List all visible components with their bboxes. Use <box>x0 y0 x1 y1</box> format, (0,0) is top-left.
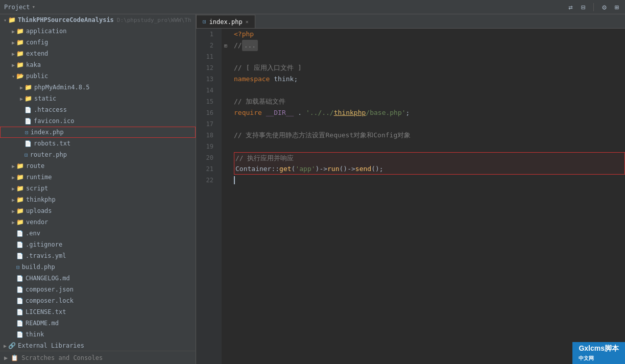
tree-root[interactable]: ▾ 📁 ThinkPHPSourceCodeAnalysis D:\phpstu… <box>0 14 196 26</box>
fold-gutter-22 <box>222 175 230 186</box>
watermark-text: Gxlcms脚本 <box>579 344 619 352</box>
code-line-19 <box>234 141 625 152</box>
send-parens: (); <box>371 163 383 175</box>
application-label: application <box>26 28 66 35</box>
code-line-18: // 支持事先使用静态方法设置Request对象和Config对象 <box>234 130 625 141</box>
composerlock-file-icon: 📄 <box>16 298 23 304</box>
sync-icon[interactable]: ⇄ <box>566 2 574 12</box>
code-line-16: require __DIR__ . '../../thinkphp/base.p… <box>234 107 625 118</box>
toolbar-separator <box>593 3 594 11</box>
sidebar-item-scratches[interactable]: ▶ 📋 Scratches and Consoles <box>0 351 196 364</box>
project-section: Project ▾ <box>4 4 35 11</box>
arrow-1: -> <box>319 163 327 175</box>
gitignore-file-icon: 📄 <box>16 241 23 248</box>
expand-icon[interactable]: ⊞ <box>613 2 621 12</box>
kaka-label: kaka <box>26 61 41 68</box>
project-dropdown-icon[interactable]: ▾ <box>32 4 36 10</box>
code-line-1: <?php <box>234 29 625 40</box>
robots-file-icon: 📄 <box>25 140 32 147</box>
runtime-folder-icon: 📁 <box>16 174 24 181</box>
fold-icon-2[interactable]: ⊞ <box>222 40 230 51</box>
extend-arrow: ▶ <box>10 51 16 57</box>
sidebar-item-htaccess[interactable]: ▶ 📄 .htaccess <box>0 104 196 115</box>
readme-label: README.md <box>26 320 59 327</box>
travis-file-icon: 📄 <box>16 253 23 259</box>
config-label: config <box>26 39 48 46</box>
linenum-1: 1 <box>196 29 218 40</box>
sidebar-item-external-libs[interactable]: ▶ 🔗 External Libraries <box>0 340 196 351</box>
collapse-icon[interactable]: ⊟ <box>579 2 587 12</box>
phpmyadmin-arrow: ▶ <box>18 85 25 90</box>
func-run: run <box>327 163 339 175</box>
sidebar-item-gitignore[interactable]: ▶ 📄 .gitignore <box>0 239 196 250</box>
linenum-14: 14 <box>196 85 218 96</box>
sidebar-item-route[interactable]: ▶ 📁 route <box>0 160 196 172</box>
sidebar-item-script[interactable]: ▶ 📁 script <box>0 183 196 194</box>
sidebar-item-think[interactable]: ▶ 📄 think <box>0 329 196 340</box>
travis-label: .travis.yml <box>26 252 66 259</box>
gitignore-label: .gitignore <box>26 241 62 248</box>
linenum-15: 15 <box>196 96 218 107</box>
func-send: send <box>355 163 371 175</box>
sidebar-item-public[interactable]: ▾ 📂 public <box>0 70 196 82</box>
string-app: 'app' <box>295 163 315 175</box>
sidebar-item-readme[interactable]: ▶ 📄 README.md <box>0 318 196 329</box>
sidebar-item-runtime[interactable]: ▶ 📁 runtime <box>0 172 196 183</box>
tab-index-php[interactable]: ⊡ index.php ✕ <box>196 15 255 28</box>
license-label: LICENSE.txt <box>26 308 66 316</box>
vendor-folder-icon: 📁 <box>16 219 24 226</box>
sidebar-item-kaka[interactable]: ▶ 📁 kaka <box>0 59 196 70</box>
sidebar-item-build[interactable]: ▶ ⊡ build.php <box>0 261 196 273</box>
tab-close-icon[interactable]: ✕ <box>246 19 249 25</box>
kaka-arrow: ▶ <box>10 62 16 68</box>
sidebar-item-router[interactable]: ▶ ⊡ router.php <box>0 149 196 160</box>
watermark: Gxlcms脚本 中文网 <box>572 342 625 364</box>
thinkphp-link: thinkphp <box>334 107 366 118</box>
indexphp-file-icon: ⊡ <box>25 129 29 136</box>
sidebar-item-config[interactable]: ▶ 📁 config <box>0 37 196 48</box>
code-editor[interactable]: <?php // ... // [ 应用入口文件 ] namespace t <box>230 29 625 364</box>
code-space <box>270 74 274 85</box>
sidebar-item-uploads[interactable]: ▶ 📁 uploads <box>0 205 196 216</box>
router-file-icon: ⊡ <box>25 152 28 158</box>
tab-php-icon: ⊡ <box>203 18 206 25</box>
kaka-folder-icon: 📁 <box>16 61 24 68</box>
public-arrow: ▾ <box>10 74 16 79</box>
sidebar-item-robots[interactable]: ▶ 📄 robots.txt <box>0 138 196 149</box>
sidebar-item-changelog[interactable]: ▶ 📄 CHANGELOG.md <box>0 273 196 284</box>
sidebar-item-composer-lock[interactable]: ▶ 📄 composer.lock <box>0 295 196 306</box>
fold-gutter-13 <box>222 74 230 85</box>
sidebar-item-index-php[interactable]: ▶ ⊡ index.php <box>0 127 196 138</box>
sidebar-item-license[interactable]: ▶ 📄 LICENSE.txt <box>0 306 196 318</box>
sidebar-item-vendor[interactable]: ▶ 📁 vendor <box>0 216 196 228</box>
namespace-value: think <box>274 74 294 85</box>
vendor-label: vendor <box>26 219 48 226</box>
sidebar-item-env[interactable]: ▶ 📄 .env <box>0 228 196 239</box>
fold-gutter-21 <box>222 163 230 175</box>
scratches-icon: 📋 <box>11 354 18 361</box>
folded-block[interactable]: ... <box>242 40 258 51</box>
composerlock-label: composer.lock <box>26 297 74 304</box>
sidebar-item-composer-json[interactable]: ▶ 📄 composer.json <box>0 284 196 295</box>
route-label: route <box>26 162 44 169</box>
uploads-label: uploads <box>26 207 52 214</box>
editor-area: ⊡ index.php ✕ 1 2 11 12 13 14 15 16 17 1… <box>196 14 625 364</box>
root-folder-icon: 📁 <box>8 16 16 23</box>
sidebar-item-application[interactable]: ▶ 📁 application <box>0 26 196 37</box>
code-line-22 <box>234 175 625 186</box>
readme-file-icon: 📄 <box>16 320 23 327</box>
settings-icon[interactable]: ⚙ <box>600 2 608 12</box>
env-file-icon: 📄 <box>16 230 23 237</box>
sidebar-item-thinkphp[interactable]: ▶ 📁 thinkphp <box>0 194 196 205</box>
sidebar-item-extend[interactable]: ▶ 📁 extend <box>0 48 196 59</box>
phpmyadmin-folder-icon: 📁 <box>25 84 32 91</box>
sidebar-item-phpmyadmin[interactable]: ▶ 📁 phpMyAdmin4.8.5 <box>0 82 196 93</box>
env-label: .env <box>26 230 40 237</box>
sidebar-item-static[interactable]: ▶ 📁 static <box>0 93 196 104</box>
sidebar-item-favicon[interactable]: ▶ 📄 favicon.ico <box>0 115 196 127</box>
fold-gutter-15 <box>222 96 230 107</box>
sidebar-item-travis[interactable]: ▶ 📄 .travis.yml <box>0 250 196 261</box>
code-line-15: // 加载基础文件 <box>234 96 625 107</box>
string-start-16: '../../ <box>306 107 334 118</box>
fold-gutter-14 <box>222 85 230 96</box>
